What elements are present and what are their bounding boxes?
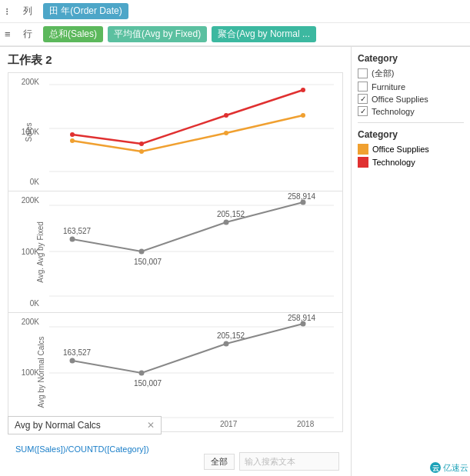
avg-normal-pill[interactable]: 聚合(Avg by Normal ... bbox=[212, 26, 316, 42]
avg-fixed-pill[interactable]: 平均值(Avg by Fixed) bbox=[108, 26, 207, 42]
checkbox-office-supplies[interactable]: Office Supplies bbox=[358, 94, 464, 104]
logo-icon: 云 bbox=[429, 461, 442, 474]
normal-y-200k: 200K bbox=[22, 318, 39, 326]
avg-fixed-svg: 163,527 150,007 205,152 258,914 bbox=[41, 191, 342, 305]
sales-svg bbox=[41, 73, 342, 181]
svg-point-5 bbox=[224, 131, 228, 135]
svg-point-4 bbox=[139, 149, 144, 154]
sales-pill[interactable]: 总和(Sales) bbox=[43, 26, 103, 42]
avg-fixed-y-label: Avg. Avg by Fixed bbox=[36, 221, 45, 283]
checkbox-furniture[interactable]: Furniture bbox=[358, 82, 464, 92]
svg-point-3 bbox=[70, 138, 75, 143]
fixed-label-205152: 205,152 bbox=[217, 210, 245, 218]
svg-point-10 bbox=[301, 88, 305, 92]
order-date-pill[interactable]: 田 年(Order Date) bbox=[43, 3, 128, 19]
svg-text:2018: 2018 bbox=[297, 420, 315, 427]
legend-technology: Technology bbox=[358, 157, 464, 168]
logo-area: 云 亿速云 bbox=[429, 461, 468, 474]
svg-point-15 bbox=[139, 249, 145, 255]
bottom-controls: 全部 输入搜索文本 bbox=[204, 452, 339, 471]
legend-office-supplies-color bbox=[358, 144, 368, 155]
avg-normal-svg: 163,527 150,007 205,152 258,914 2015 201… bbox=[41, 313, 342, 427]
checkbox-furniture-box[interactable] bbox=[358, 82, 368, 92]
sales-y-200k: 200K bbox=[22, 78, 39, 86]
svg-point-21 bbox=[70, 358, 75, 364]
svg-point-23 bbox=[224, 341, 229, 347]
search-input[interactable]: 输入搜索文本 bbox=[239, 452, 339, 471]
sidebar-section1-title: Category bbox=[358, 53, 464, 64]
svg-point-9 bbox=[224, 113, 228, 118]
checkbox-furniture-label: Furniture bbox=[372, 82, 405, 92]
svg-text:云: 云 bbox=[432, 464, 439, 472]
checkbox-technology-label: Technology bbox=[372, 107, 415, 116]
svg-point-16 bbox=[224, 220, 229, 225]
legend-technology-label: Technology bbox=[372, 158, 415, 167]
normal-label-163527: 163,527 bbox=[63, 348, 92, 357]
sales-y-0k: 0K bbox=[30, 178, 39, 186]
toolbar-row-columns: ⫶ 列 田 年(Order Date) bbox=[0, 0, 470, 23]
chart-area: 工作表 2 200K 100K 0K Sales bbox=[0, 47, 351, 476]
search-placeholder-text: 输入搜索文本 bbox=[245, 456, 295, 468]
columns-label: 列 bbox=[23, 5, 38, 18]
svg-point-14 bbox=[70, 237, 75, 242]
tooltip-box: Avg by Normal Calcs ✕ bbox=[8, 416, 162, 434]
fixed-y-200k: 200K bbox=[22, 196, 39, 205]
columns-icon: ⫶ bbox=[5, 5, 18, 17]
fixed-label-258914: 258,914 bbox=[288, 192, 316, 201]
avg-normal-chart: 200K 100K 0K Avg by Normal Calcs bbox=[8, 313, 343, 432]
legend-office-supplies-label: Office Supplies bbox=[372, 145, 429, 154]
checkbox-all-box[interactable] bbox=[358, 68, 368, 78]
legend-office-supplies: Office Supplies bbox=[358, 144, 464, 155]
avg-normal-y-label: Avg by Normal Calcs bbox=[37, 336, 45, 408]
logo-text: 亿速云 bbox=[443, 462, 468, 474]
toolbar-row-rows: ≡ 行 总和(Sales) 平均值(Avg by Fixed) 聚合(Avg b… bbox=[0, 23, 470, 46]
formula-text: SUM([Sales])/COUNTD([Category]) bbox=[15, 444, 149, 454]
chart-title: 工作表 2 bbox=[8, 53, 343, 68]
fixed-label-150007: 150,007 bbox=[134, 258, 162, 266]
rows-icon: ≡ bbox=[5, 28, 18, 40]
checkbox-technology[interactable]: Technology bbox=[358, 106, 464, 116]
checkbox-office-supplies-box[interactable] bbox=[358, 94, 368, 104]
quanbu-button[interactable]: 全部 bbox=[204, 454, 235, 470]
tooltip-title: Avg by Normal Calcs bbox=[15, 420, 101, 431]
fixed-y-0k: 0K bbox=[30, 299, 39, 308]
sidebar-section2-title: Category bbox=[358, 129, 464, 140]
checkbox-office-supplies-label: Office Supplies bbox=[372, 95, 428, 104]
normal-label-150007: 150,007 bbox=[134, 379, 162, 388]
svg-point-7 bbox=[70, 132, 75, 137]
svg-point-8 bbox=[139, 141, 144, 146]
checkbox-technology-box[interactable] bbox=[358, 106, 368, 116]
sidebar-divider bbox=[358, 122, 464, 123]
fixed-label-163527: 163,527 bbox=[63, 227, 92, 235]
tooltip-close-icon[interactable]: ✕ bbox=[147, 420, 155, 431]
svg-text:2017: 2017 bbox=[220, 420, 238, 427]
checkbox-all[interactable]: (全部) bbox=[358, 68, 464, 79]
rows-label: 行 bbox=[23, 28, 38, 41]
normal-label-258914: 258,914 bbox=[288, 314, 316, 322]
legend-technology-color bbox=[358, 157, 368, 168]
checkbox-all-label: (全部) bbox=[372, 68, 394, 79]
sales-chart: 200K 100K 0K Sales bbox=[8, 72, 343, 191]
svg-point-22 bbox=[139, 371, 145, 376]
sales-y-label: Sales bbox=[25, 122, 33, 141]
avg-fixed-chart: 200K 100K 0K Avg. Avg by Fixed bbox=[8, 191, 343, 313]
normal-label-205152: 205,152 bbox=[217, 331, 245, 340]
svg-point-6 bbox=[301, 113, 305, 118]
sidebar: Category (全部) Furniture Office Supplies … bbox=[351, 47, 470, 476]
